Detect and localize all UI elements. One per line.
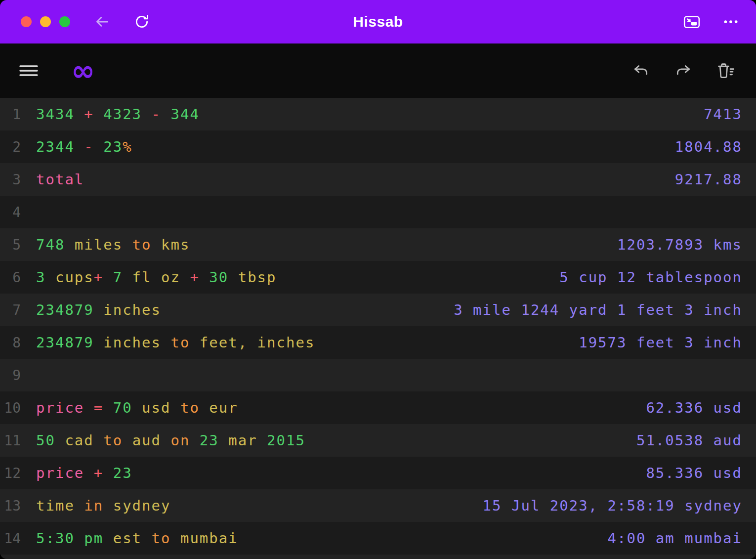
more-menu-icon[interactable]	[722, 13, 739, 30]
token-unit: est	[113, 530, 152, 547]
token-kw: to	[180, 399, 209, 416]
token-kw: on	[170, 432, 199, 449]
token-unit: aud	[132, 432, 171, 449]
result-value: 51.0538 aud	[636, 432, 756, 449]
token-unit: eur	[209, 399, 238, 416]
token-unit: miles	[75, 236, 132, 253]
result-value: 19573 feet 3 inch	[579, 334, 756, 351]
token-num: 234879	[36, 301, 103, 318]
result-value: 1804.88	[675, 138, 756, 155]
expression-input[interactable]: 3 cups+ 7 fl oz + 30 tbsp	[36, 269, 277, 286]
calc-row[interactable]: 145:30 pm est to mumbai4:00 am mumbai	[0, 522, 756, 555]
line-number: 1	[0, 106, 21, 123]
close-button[interactable]	[21, 16, 32, 27]
token-num: 30	[209, 269, 238, 286]
expression-input[interactable]: 5:30 pm est to mumbai	[36, 530, 238, 547]
expression-input[interactable]: 748 miles to kms	[36, 236, 190, 253]
line-number: 10	[0, 400, 21, 416]
token-op: +	[94, 269, 113, 286]
line-number: 7	[0, 302, 21, 318]
clear-all-icon[interactable]	[716, 62, 735, 80]
redo-icon[interactable]	[674, 62, 693, 79]
expression-input[interactable]: 2344 - 23%	[36, 138, 132, 155]
calc-row[interactable]: 1150 cad to aud on 23 mar 201551.0538 au…	[0, 424, 756, 457]
token-op: +	[190, 269, 209, 286]
token-kw: to	[132, 236, 161, 253]
expression-input[interactable]: 50 cad to aud on 23 mar 2015	[36, 432, 305, 449]
calc-row[interactable]: 63 cups+ 7 fl oz + 30 tbsp5 cup 12 table…	[0, 261, 756, 294]
token-kw: to	[152, 530, 180, 547]
token-num: 2344	[36, 138, 75, 155]
calc-row[interactable]: 7234879 inches3 mile 1244 yard 1 feet 3 …	[0, 294, 756, 326]
calc-row[interactable]: 3total9217.88	[0, 163, 756, 196]
token-kw: to	[103, 432, 132, 449]
expression-input[interactable]: time in sydney	[36, 497, 170, 514]
token-var: total	[36, 171, 84, 188]
result-value: 85.336 usd	[646, 465, 756, 481]
pip-icon[interactable]	[683, 13, 701, 30]
token-op: +	[75, 106, 103, 123]
token-num: 2015	[267, 432, 305, 449]
expression-input[interactable]: price = 70 usd to eur	[36, 399, 238, 416]
token-unit: inches	[103, 334, 170, 351]
result-value: 9217.88	[675, 171, 756, 188]
expression-input[interactable]: 3434 + 4323 - 344	[36, 106, 200, 123]
token-num: 23	[103, 138, 123, 155]
token-num: 7	[113, 269, 132, 286]
line-number: 2	[0, 139, 21, 155]
line-number: 4	[0, 204, 21, 220]
token-unit: cups	[55, 269, 94, 286]
calc-row[interactable]: 12price + 2385.336 usd	[0, 457, 756, 489]
token-unit: sydney	[113, 497, 171, 514]
token-kw: to	[170, 334, 199, 351]
calc-row[interactable]: 13434 + 4323 - 3447413	[0, 98, 756, 130]
line-number: 5	[0, 237, 21, 253]
token-op: =	[94, 399, 113, 416]
line-number: 6	[0, 269, 21, 286]
line-number: 12	[0, 465, 21, 481]
back-arrow-icon[interactable]	[94, 13, 111, 30]
token-kw: in	[84, 497, 113, 514]
calc-row[interactable]: 4	[0, 196, 756, 228]
app-logo: ∞	[71, 58, 95, 84]
calc-row[interactable]: 22344 - 23%1804.88	[0, 130, 756, 163]
token-num: 3	[36, 269, 55, 286]
line-number: 13	[0, 498, 21, 514]
result-value: 5 cup 12 tablespoon	[559, 269, 756, 286]
token-unit: usd	[142, 399, 180, 416]
token-unit: tbsp	[238, 269, 277, 286]
result-value: 15 Jul 2023, 2:58:19 sydney	[483, 497, 756, 514]
undo-icon[interactable]	[631, 62, 650, 79]
calc-row[interactable]: 10price = 70 usd to eur62.336 usd	[0, 391, 756, 424]
fullscreen-button[interactable]	[59, 16, 70, 27]
toolbar: ∞	[0, 43, 756, 98]
hamburger-menu-icon[interactable]	[19, 63, 39, 79]
expression-input[interactable]: total	[36, 171, 84, 188]
line-number: 3	[0, 172, 21, 188]
result-value: 7413	[704, 106, 756, 123]
token-num: 3434	[36, 106, 75, 123]
result-value: 4:00 am mumbai	[608, 530, 756, 547]
minimize-button[interactable]	[40, 16, 51, 27]
titlebar-right-icons	[683, 13, 739, 30]
calc-row[interactable]: 8234879 inches to feet, inches19573 feet…	[0, 326, 756, 359]
expression-input[interactable]: 234879 inches	[36, 301, 161, 318]
token-num: 234879	[36, 334, 103, 351]
token-num: 50	[36, 432, 65, 449]
token-num: 5:30 pm	[36, 530, 113, 547]
calc-row[interactable]: 9	[0, 359, 756, 391]
token-num: 344	[170, 106, 199, 123]
titlebar: Hissab	[0, 0, 756, 43]
line-number: 11	[0, 432, 21, 449]
expression-input[interactable]: 234879 inches to feet, inches	[36, 334, 315, 351]
token-unit: inches	[103, 301, 161, 318]
token-var: price	[36, 399, 94, 416]
token-var: price	[36, 465, 94, 481]
token-num: 748	[36, 236, 75, 253]
expression-input[interactable]: price + 23	[36, 465, 132, 481]
token-num: 4323	[103, 106, 142, 123]
calc-row[interactable]: 13time in sydney15 Jul 2023, 2:58:19 syd…	[0, 489, 756, 522]
line-number: 14	[0, 530, 21, 547]
calc-row[interactable]: 5748 miles to kms1203.7893 kms	[0, 228, 756, 261]
refresh-icon[interactable]	[133, 13, 150, 30]
